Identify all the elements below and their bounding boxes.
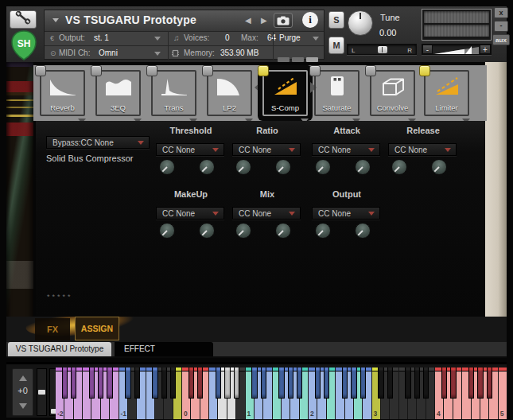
fx-slot-saturate[interactable]: Saturate — [314, 70, 359, 116]
transpose-control[interactable]: +0 — [12, 368, 33, 416]
tune-knob[interactable] — [348, 10, 373, 36]
key-c-sharp-2[interactable] — [62, 368, 68, 399]
volume-plus-button[interactable]: + — [480, 45, 491, 54]
tab-assign[interactable]: ASSIGN — [75, 317, 119, 340]
next-instrument-arrow[interactable]: ▶ — [261, 16, 267, 25]
purge-menu[interactable]: Purge — [279, 33, 301, 42]
instrument-title[interactable]: VS TSUGARU Prototype — [65, 14, 196, 26]
key-d-sharp-2[interactable] — [71, 368, 76, 399]
cc-select[interactable]: CC None — [388, 143, 457, 156]
key-c-sharp4[interactable] — [441, 368, 447, 399]
snapshot-camera-button[interactable] — [274, 13, 293, 28]
fx-slot-s-comp[interactable]: S-Comp — [262, 70, 308, 116]
fx-power-checkbox[interactable] — [258, 65, 269, 76]
cc-min-knob[interactable] — [159, 223, 175, 239]
cc-max-knob[interactable] — [199, 223, 215, 239]
key-d-sharp2[interactable] — [324, 368, 329, 399]
key-c-sharp3[interactable] — [378, 368, 383, 399]
mute-button[interactable]: M — [328, 37, 344, 54]
key-a-sharp2[interactable] — [360, 368, 366, 399]
fx-slot-trans[interactable]: Trans — [151, 70, 196, 116]
key-g-sharp4[interactable] — [477, 368, 483, 399]
volume-minus-button[interactable]: - — [422, 45, 433, 54]
cc-max-knob[interactable] — [355, 223, 371, 239]
key-f-sharp2[interactable] — [342, 368, 348, 399]
chevron-down-icon[interactable] — [313, 37, 319, 41]
info-button[interactable]: i — [302, 12, 318, 28]
key-c-sharp1[interactable] — [251, 368, 257, 399]
piano-keyboard[interactable]: -2-1012345 — [56, 368, 507, 419]
fx-slot-convolve[interactable]: Convolve — [370, 70, 415, 116]
cc-max-knob[interactable] — [275, 159, 291, 175]
fx-slot-3eq[interactable]: 3EQ — [95, 70, 141, 116]
transpose-down-icon[interactable] — [19, 403, 27, 409]
chevron-down-icon[interactable] — [52, 18, 59, 22]
key-c-sharp0[interactable] — [188, 368, 194, 399]
aux-button[interactable]: aux — [492, 34, 510, 45]
prev-instrument-arrow[interactable]: ◀ — [245, 16, 251, 25]
key-f-sharp-1[interactable] — [152, 368, 157, 399]
fx-slot-limiter[interactable]: Limiter — [424, 70, 469, 116]
cc-select[interactable]: CC None — [312, 207, 380, 220]
cc-max-knob[interactable] — [431, 159, 447, 175]
cc-min-knob[interactable] — [315, 159, 331, 175]
key-c5[interactable]: 5 — [499, 368, 507, 419]
transpose-up-icon[interactable] — [19, 375, 27, 381]
key-d-sharp0[interactable] — [197, 368, 203, 399]
cc-min-knob[interactable] — [235, 223, 251, 239]
key-d-sharp4[interactable] — [450, 368, 456, 399]
cc-select[interactable]: CC None — [156, 143, 224, 156]
fx-power-checkbox[interactable] — [35, 65, 46, 76]
bypass-cc-select[interactable]: Bypass:CC None — [46, 136, 150, 149]
volume-slider[interactable]: - + — [422, 44, 492, 55]
cc-select[interactable]: CC None — [156, 207, 224, 220]
midi-value[interactable]: Omni — [99, 49, 118, 57]
key-c-sharp2[interactable] — [315, 368, 321, 399]
key-f-sharp0[interactable] — [216, 368, 221, 399]
fx-power-checkbox[interactable] — [91, 65, 102, 76]
cc-select[interactable]: CC None — [312, 143, 380, 156]
key-d-sharp-1[interactable] — [134, 368, 140, 399]
key-d-sharp1[interactable] — [261, 368, 266, 399]
key-d-sharp3[interactable] — [387, 368, 393, 399]
tab-instrument[interactable]: VS TSUGARU Prototype — [8, 342, 111, 356]
key-c-sharp-1[interactable] — [125, 368, 130, 399]
chevron-down-icon[interactable] — [154, 37, 161, 41]
fx-slot-lp2[interactable]: LP2 — [207, 70, 252, 116]
key-g-sharp3[interactable] — [414, 368, 420, 399]
fx-slot-reverb[interactable]: Reverb — [40, 70, 85, 116]
key-a-sharp3[interactable] — [423, 368, 429, 399]
collapse-button[interactable]: - — [494, 21, 508, 32]
cc-min-knob[interactable] — [391, 159, 407, 175]
key-a-sharp1[interactable] — [297, 368, 302, 399]
key-g-sharp2[interactable] — [351, 368, 356, 399]
key-a-sharp-1[interactable] — [170, 368, 176, 399]
wrench-edit-button[interactable] — [10, 10, 37, 29]
key-a-sharp0[interactable] — [234, 368, 239, 399]
pitch-wheel[interactable] — [37, 368, 47, 416]
volume-track[interactable] — [434, 45, 479, 54]
fx-power-checkbox[interactable] — [365, 65, 376, 76]
key-f-sharp4[interactable] — [468, 368, 474, 399]
cc-max-knob[interactable] — [275, 223, 291, 239]
cc-min-knob[interactable] — [159, 159, 175, 175]
tab-effect[interactable]: EFFECT — [115, 342, 213, 356]
key-f-sharp3[interactable] — [405, 368, 410, 399]
key-a-sharp4[interactable] — [487, 368, 492, 399]
cc-select[interactable]: CC None — [232, 207, 301, 220]
fx-scroll-left-arrow[interactable] — [255, 82, 261, 93]
cc-max-knob[interactable] — [199, 159, 215, 175]
chevron-down-icon[interactable] — [154, 52, 161, 56]
tab-fx[interactable]: FX — [35, 318, 70, 340]
close-button[interactable]: x — [494, 7, 508, 18]
fx-power-checkbox[interactable] — [309, 65, 321, 76]
pan-slider[interactable]: L R — [347, 44, 417, 55]
output-value[interactable]: st. 1 — [94, 33, 109, 42]
key-g-sharp0[interactable] — [224, 368, 230, 399]
cc-select[interactable]: CC None — [232, 143, 301, 156]
key-g-sharp-1[interactable] — [161, 368, 167, 399]
fx-power-checkbox[interactable] — [146, 65, 157, 76]
fx-power-checkbox[interactable] — [202, 65, 213, 76]
key-a-sharp-2[interactable] — [107, 368, 112, 399]
cc-min-knob[interactable] — [315, 223, 331, 239]
